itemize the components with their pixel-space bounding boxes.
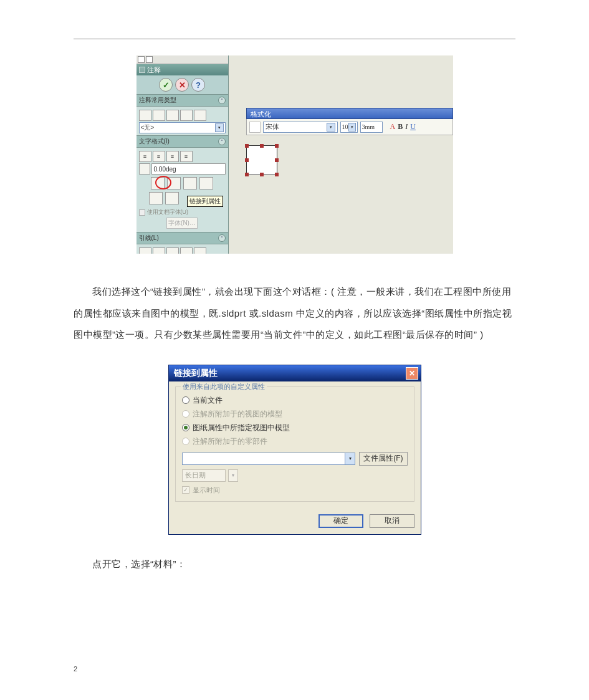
resize-handle[interactable] xyxy=(275,158,279,162)
font-size-value: 10 xyxy=(342,123,348,130)
align-right-icon[interactable]: ≡ xyxy=(166,151,179,162)
tooltip-link-to-property: 链接到属性 xyxy=(187,196,223,207)
page-number: 2 xyxy=(74,665,77,673)
close-icon[interactable]: ✕ xyxy=(406,367,418,380)
resize-handle[interactable] xyxy=(260,173,264,176)
tab-icon[interactable] xyxy=(138,56,145,63)
text-style-group: A B I U xyxy=(390,122,416,132)
chevron-down-icon[interactable]: ▾ xyxy=(345,453,355,464)
chevron-down-icon: ▾ xyxy=(228,469,238,482)
insert-tool[interactable] xyxy=(151,177,165,189)
style-tool[interactable] xyxy=(139,110,151,121)
font-unit-select[interactable]: 3mm xyxy=(360,122,383,133)
link-to-property-dialog: 链接到属性 ✕ 使用来自此项的自定义属性 当前文件 注解所附加于的视图的模型 xyxy=(168,365,421,535)
radio-annotation-view-model: 注解所附加于的视图的模型 xyxy=(182,409,408,420)
paragraph-1: 我们选择这个“链接到属性”，就会出现下面这个对话框：( 注意，一般来讲，我们在工… xyxy=(74,281,515,346)
help-icon[interactable]: ? xyxy=(191,78,205,92)
link-to-property-button[interactable] xyxy=(167,177,181,189)
chevron-up-icon[interactable]: ˄ xyxy=(218,234,226,242)
resize-handle[interactable] xyxy=(245,144,249,148)
checkbox-label: 显示时间 xyxy=(193,486,220,495)
radio-icon[interactable] xyxy=(182,396,189,404)
bold-icon[interactable]: B xyxy=(398,122,403,132)
cancel-icon[interactable]: ✕ xyxy=(175,78,189,92)
chevron-down-icon[interactable]: ▾ xyxy=(327,123,335,132)
file-properties-button[interactable]: 文件属性(F) xyxy=(359,452,407,466)
ok-icon[interactable]: ✓ xyxy=(159,78,173,92)
checkbox-show-time: ✓ xyxy=(182,486,189,494)
font-family-select[interactable]: 宋体 ▾ xyxy=(263,122,338,133)
section-common-types[interactable]: 注释常用类型 ˄ xyxy=(136,94,228,107)
radio-label: 图纸属性中所指定视图中模型 xyxy=(193,423,290,433)
leader-tool[interactable] xyxy=(194,247,206,254)
insert-tool[interactable] xyxy=(183,177,197,189)
insert-tool[interactable] xyxy=(149,192,163,204)
formatting-toolbar-title: 格式化 xyxy=(246,108,453,119)
property-name-select[interactable]: ▾ xyxy=(182,453,356,465)
resize-handle[interactable] xyxy=(245,173,249,176)
resize-handle[interactable] xyxy=(260,144,264,148)
align-center-icon[interactable]: ≡ xyxy=(153,151,165,162)
ok-button[interactable]: 确定 xyxy=(318,514,363,528)
section-text-format[interactable]: 文字格式(I) ˄ xyxy=(136,135,228,148)
radio-label: 当前文件 xyxy=(193,395,223,406)
date-format-value: 长日期 xyxy=(185,471,206,480)
radio-icon[interactable] xyxy=(182,424,189,431)
section-label: 文字格式(I) xyxy=(139,137,170,146)
leader-tool[interactable] xyxy=(153,247,165,254)
resize-handle[interactable] xyxy=(275,173,279,176)
chevron-down-icon[interactable]: ▾ xyxy=(348,123,356,132)
doc-icon[interactable] xyxy=(249,122,261,133)
resize-handle[interactable] xyxy=(275,144,279,148)
leader-tool[interactable] xyxy=(139,247,151,254)
tab-icon[interactable] xyxy=(146,56,153,63)
style-tool[interactable] xyxy=(166,110,179,121)
text-color-icon[interactable]: A xyxy=(390,122,396,132)
align-justify-icon[interactable]: ≡ xyxy=(180,151,193,162)
font-family-value: 宋体 xyxy=(266,122,279,132)
cancel-button[interactable]: 取消 xyxy=(370,514,414,528)
button-label: 文件属性(F) xyxy=(363,453,403,464)
style-tool[interactable] xyxy=(153,110,165,121)
radio-icon xyxy=(182,438,189,445)
panel-tab-strip xyxy=(136,55,228,64)
chevron-up-icon[interactable]: ˄ xyxy=(218,138,226,145)
button-label: 确定 xyxy=(333,515,348,526)
chevron-up-icon[interactable]: ˄ xyxy=(218,97,226,104)
leader-tool[interactable] xyxy=(180,247,193,254)
chevron-down-icon[interactable]: ▾ xyxy=(215,123,224,132)
select-value: <无> xyxy=(141,123,155,132)
figure-1: 注释 ✓ ✕ ? 注释常用类型 ˄ xyxy=(74,55,515,254)
paragraph-2: 点开它，选择“材料”： xyxy=(74,554,515,575)
insert-tool[interactable] xyxy=(165,192,179,204)
dialog-titlebar[interactable]: 链接到属性 ✕ xyxy=(169,365,421,381)
style-tool[interactable] xyxy=(180,110,193,121)
align-left-icon[interactable]: ≡ xyxy=(139,151,151,162)
note-text-box[interactable] xyxy=(246,145,277,175)
style-tool[interactable] xyxy=(194,110,206,121)
resize-handle[interactable] xyxy=(245,158,249,162)
insert-tool[interactable] xyxy=(199,177,213,189)
section-leader[interactable]: 引线(L) ˄ xyxy=(136,232,228,244)
dialog-title-text: 链接到属性 xyxy=(174,368,218,379)
custom-property-source-group: 使用来自此项的自定义属性 当前文件 注解所附加于的视图的模型 图纸属性中所指定视… xyxy=(175,386,414,502)
checkbox-label: 使用文档字体(U) xyxy=(147,208,189,216)
radio-sheet-specified-model[interactable]: 图纸属性中所指定视图中模型 xyxy=(182,423,408,433)
group-label: 使用来自此项的自定义属性 xyxy=(181,382,267,391)
leader-tool[interactable] xyxy=(166,247,179,254)
common-type-select[interactable]: <无> ▾ xyxy=(139,122,226,133)
radio-icon xyxy=(182,410,189,418)
page-header-rule xyxy=(74,39,515,39)
font-size-select[interactable]: 10 ▾ xyxy=(340,122,358,133)
radio-current-file[interactable]: 当前文件 xyxy=(182,395,408,406)
angle-icon[interactable] xyxy=(139,163,150,175)
angle-input[interactable]: 0.00deg xyxy=(151,163,226,175)
underline-icon[interactable]: U xyxy=(410,122,416,132)
radio-annotation-component: 注解所附加于的零部件 xyxy=(182,436,408,447)
checkbox-use-doc-font xyxy=(139,209,145,216)
figure-2: 链接到属性 ✕ 使用来自此项的自定义属性 当前文件 注解所附加于的视图的模型 xyxy=(74,365,515,535)
italic-icon[interactable]: I xyxy=(405,122,408,132)
angle-value: 0.00deg xyxy=(154,166,176,173)
button-label: 取消 xyxy=(385,515,400,526)
font-button: 字体(N)… xyxy=(166,218,198,229)
